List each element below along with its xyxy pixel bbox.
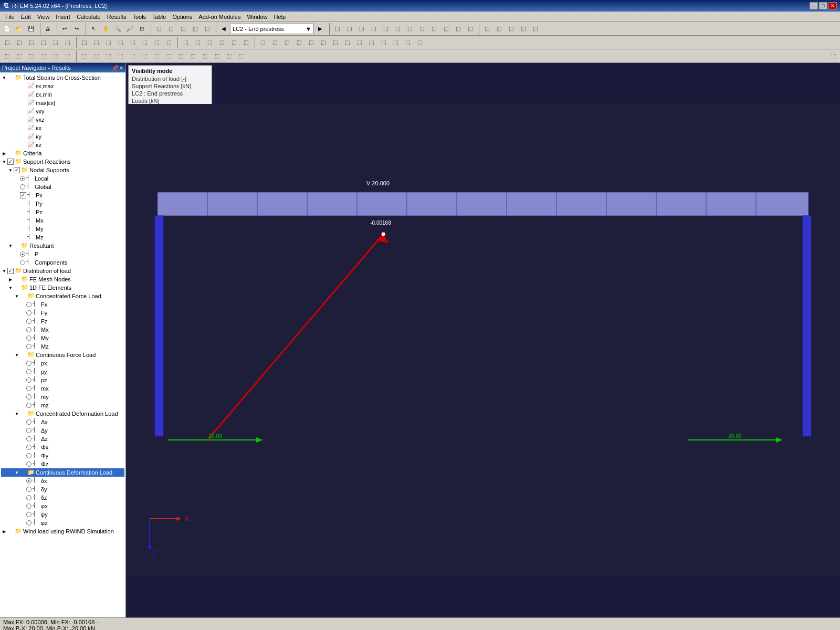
tb-d1[interactable]: ⬚ bbox=[481, 23, 492, 35]
tb-c8[interactable]: ⬚ bbox=[416, 23, 427, 35]
radio[interactable] bbox=[26, 394, 32, 400]
radio[interactable] bbox=[26, 403, 32, 408]
tb-c12[interactable]: ⬚ bbox=[464, 23, 476, 35]
tree-item-11[interactable]: ▼📁Nodal Supports bbox=[1, 166, 124, 174]
tb2-32[interactable]: ⬚ bbox=[390, 37, 401, 48]
tb2-8[interactable]: ⬚ bbox=[90, 37, 102, 48]
radio[interactable] bbox=[20, 251, 25, 257]
menu-file[interactable]: File bbox=[2, 13, 18, 21]
tb3-2[interactable]: ⬚ bbox=[13, 50, 25, 62]
expand-icon[interactable]: ▼ bbox=[14, 352, 20, 358]
tree-item-40[interactable]: ▼📁Concentrated Deformation Load bbox=[1, 410, 124, 418]
tb-redo[interactable]: ↪ bbox=[71, 23, 82, 35]
tb-d2[interactable]: ⬚ bbox=[493, 23, 505, 35]
tb2-9[interactable]: ⬚ bbox=[102, 37, 114, 48]
tb-b2[interactable]: ⬚ bbox=[165, 23, 176, 35]
tb3-3[interactable]: ⬚ bbox=[25, 50, 37, 62]
radio[interactable] bbox=[26, 361, 32, 366]
tb-b5[interactable]: ⬚ bbox=[201, 23, 213, 35]
tree-item-26[interactable]: ▼📁Concentrated Force Load bbox=[1, 292, 124, 300]
tb3-1[interactable]: ⬚ bbox=[1, 50, 13, 62]
tree-item-23[interactable]: ▼📁Distribution of load bbox=[1, 267, 124, 275]
tree-item-44[interactable]: ┤Φx bbox=[1, 443, 124, 452]
radio[interactable] bbox=[26, 436, 32, 442]
tree-item-20[interactable]: ▼📁Resultant bbox=[1, 242, 124, 250]
tb3-19[interactable]: ⬚ bbox=[223, 50, 235, 62]
tb-zoom-out[interactable]: 🔎 bbox=[124, 23, 135, 35]
tb2-30[interactable]: ⬚ bbox=[365, 37, 377, 48]
tb2-5[interactable]: ⬚ bbox=[49, 37, 61, 48]
tree-item-36[interactable]: ┤pz bbox=[1, 376, 124, 384]
radio[interactable] bbox=[26, 319, 32, 324]
tb2-20[interactable]: ⬚ bbox=[240, 37, 251, 48]
tree-item-24[interactable]: ▶📁FE Mesh Nodes bbox=[1, 275, 124, 284]
tree-item-7[interactable]: 📈κy bbox=[1, 132, 124, 141]
expand-icon[interactable]: ▼ bbox=[1, 159, 7, 165]
radio[interactable] bbox=[26, 503, 32, 509]
tree-item-13[interactable]: ┤Global bbox=[1, 183, 124, 191]
tree-item-28[interactable]: ┤Fy bbox=[1, 309, 124, 317]
tb2-33[interactable]: ⬚ bbox=[402, 37, 413, 48]
menu-edit[interactable]: Edit bbox=[18, 13, 34, 21]
tree-item-25[interactable]: ▼📁1D FE Elements bbox=[1, 284, 124, 292]
tb2-23[interactable]: ⬚ bbox=[281, 37, 292, 48]
tree-item-29[interactable]: ┤Fz bbox=[1, 317, 124, 326]
tree-item-18[interactable]: ┤My bbox=[1, 225, 124, 233]
menu-calculate[interactable]: Calculate bbox=[74, 13, 104, 21]
tree-item-42[interactable]: ┤Δy bbox=[1, 426, 124, 435]
tb-d4[interactable]: ⬚ bbox=[517, 23, 529, 35]
checkbox[interactable] bbox=[7, 268, 14, 274]
tb3-4[interactable]: ⬚ bbox=[37, 50, 49, 62]
tree-item-17[interactable]: ┤Mx bbox=[1, 216, 124, 225]
radio[interactable] bbox=[26, 344, 32, 349]
tb2-6[interactable]: ⬚ bbox=[61, 37, 73, 48]
viewport[interactable]: Visibility mode Distribution of load [-]… bbox=[126, 63, 840, 617]
radio[interactable] bbox=[26, 428, 32, 433]
tb-c11[interactable]: ⬚ bbox=[452, 23, 464, 35]
tree-item-30[interactable]: ┤Mx bbox=[1, 326, 124, 334]
tb-zoom-fit[interactable]: ⊡ bbox=[136, 23, 148, 35]
tb3-11[interactable]: ⬚ bbox=[127, 50, 138, 62]
tree-item-35[interactable]: ┤py bbox=[1, 368, 124, 376]
tb3-6[interactable]: ⬚ bbox=[61, 50, 73, 62]
expand-icon[interactable]: ▶ bbox=[1, 150, 7, 156]
menu-insert[interactable]: Insert bbox=[52, 13, 74, 21]
radio[interactable] bbox=[26, 335, 32, 341]
tb2-24[interactable]: ⬚ bbox=[293, 37, 304, 48]
tree-item-47[interactable]: ▼📁Continuous Deformation Load bbox=[1, 468, 124, 477]
radio[interactable] bbox=[26, 386, 32, 391]
tb-print[interactable]: 🖨 bbox=[42, 23, 54, 35]
tb2-3[interactable]: ⬚ bbox=[25, 37, 37, 48]
tb-select[interactable]: ↖ bbox=[88, 23, 99, 35]
expand-icon[interactable]: ▼ bbox=[7, 243, 14, 249]
expand-icon[interactable]: ▶ bbox=[7, 276, 14, 282]
tb2-14[interactable]: ⬚ bbox=[163, 37, 174, 48]
tb2-26[interactable]: ⬚ bbox=[317, 37, 329, 48]
tb-c2[interactable]: ⬚ bbox=[343, 23, 355, 35]
tree-item-52[interactable]: ┤φy bbox=[1, 510, 124, 519]
tb-b1[interactable]: ⬚ bbox=[153, 23, 164, 35]
expand-icon[interactable]: ▼ bbox=[7, 285, 14, 291]
expand-icon[interactable]: ▼ bbox=[7, 167, 14, 173]
tb-d3[interactable]: ⬚ bbox=[505, 23, 517, 35]
radio[interactable] bbox=[26, 419, 32, 425]
radio[interactable] bbox=[20, 260, 25, 265]
tree-item-19[interactable]: ┤Mz bbox=[1, 233, 124, 242]
tree-item-14[interactable]: ┤Px bbox=[1, 191, 124, 200]
tree-item-33[interactable]: ▼📁Continuous Force Load bbox=[1, 351, 124, 359]
tb-d5[interactable]: ⬚ bbox=[529, 23, 541, 35]
radio[interactable] bbox=[26, 302, 32, 307]
tree-item-12[interactable]: ┤Local bbox=[1, 174, 124, 183]
tree-item-49[interactable]: ┤δy bbox=[1, 485, 124, 494]
tree-item-3[interactable]: 📈max|εx| bbox=[1, 99, 124, 107]
radio[interactable] bbox=[26, 520, 32, 526]
tree-item-45[interactable]: ┤Φy bbox=[1, 452, 124, 460]
tb-next[interactable]: ▶ bbox=[314, 23, 326, 35]
tb-c4[interactable]: ⬚ bbox=[368, 23, 379, 35]
tree-item-34[interactable]: ┤px bbox=[1, 359, 124, 368]
tb2-15[interactable]: ⬚ bbox=[180, 37, 191, 48]
tb2-29[interactable]: ⬚ bbox=[353, 37, 365, 48]
tb-undo[interactable]: ↩ bbox=[59, 23, 70, 35]
tree-item-10[interactable]: ▼📁Support Reactions bbox=[1, 158, 124, 166]
menu-view[interactable]: View bbox=[34, 13, 53, 21]
